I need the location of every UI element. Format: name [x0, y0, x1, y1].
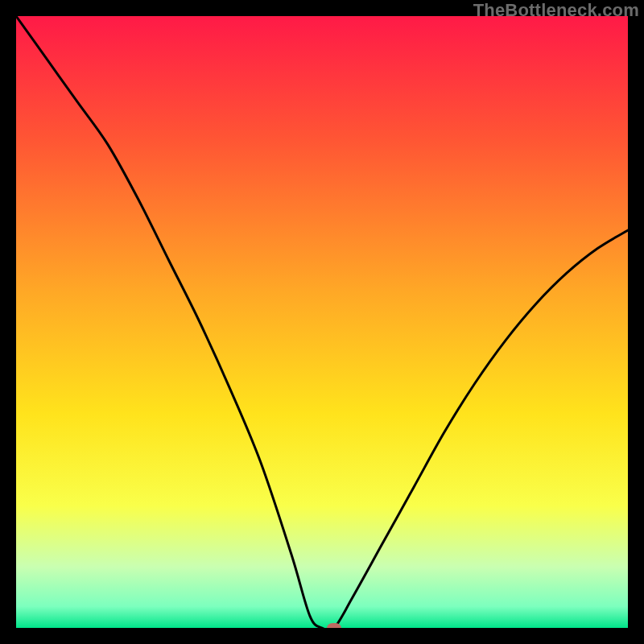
- chart-frame: TheBottleneck.com: [0, 0, 644, 644]
- optimum-marker: [327, 623, 341, 628]
- plot-area: [16, 16, 628, 628]
- bottleneck-curve: [16, 16, 628, 628]
- attribution-text: TheBottleneck.com: [473, 0, 639, 21]
